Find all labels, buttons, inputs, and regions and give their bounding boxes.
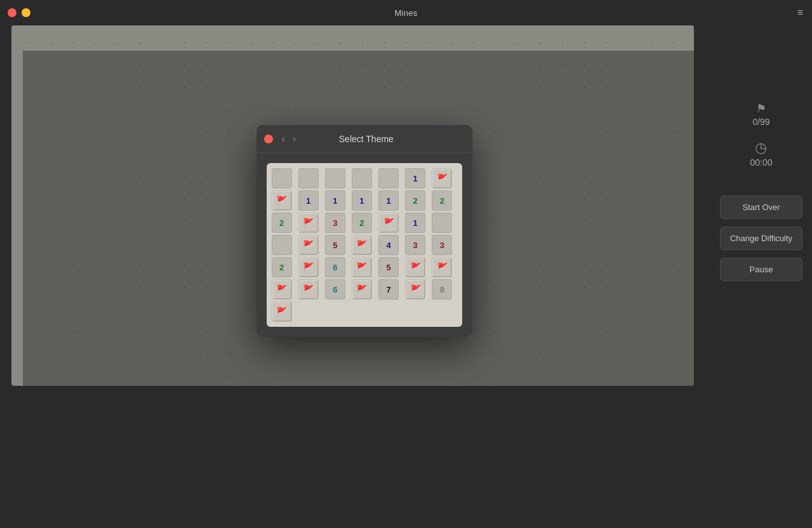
cell: 5 (378, 257, 399, 277)
window-controls (8, 8, 30, 17)
timer-value: 00:00 (750, 157, 772, 168)
cell: 1 (378, 190, 399, 211)
modal-overlay[interactable]: ‹ › Select Theme 1 1 (23, 51, 694, 386)
cell: 2 (272, 257, 292, 277)
theme-modal: ‹ › Select Theme 1 1 (256, 125, 472, 337)
menu-icon[interactable]: ≡ (797, 7, 803, 18)
cell-flag (405, 279, 425, 300)
cell: 1 (405, 168, 425, 188)
nav-prev-button[interactable]: ‹ (279, 132, 288, 146)
modal-close-button[interactable] (264, 135, 273, 143)
app-title: Mines (394, 8, 417, 18)
cell (378, 168, 399, 188)
nav-next-button[interactable]: › (290, 132, 298, 146)
right-panel: ⚑ 0/99 ◷ 00:00 Start Over Change Difficu… (710, 25, 812, 470)
cell: 8 (432, 279, 452, 300)
cell: 7 (378, 279, 399, 300)
cell-flag (405, 257, 425, 277)
cell-flag (272, 279, 292, 300)
close-button[interactable] (8, 8, 17, 17)
cell: 2 (432, 190, 452, 211)
cell (272, 235, 292, 255)
start-over-button[interactable]: Start Over (720, 195, 802, 219)
cell: 1 (405, 213, 425, 233)
cell (432, 213, 452, 233)
timer-icon: ◷ (755, 140, 767, 156)
modal-titlebar: ‹ › Select Theme (256, 125, 472, 153)
cell: 6 (325, 257, 345, 277)
cell: 4 (378, 235, 399, 255)
modal-nav[interactable]: ‹ › (279, 132, 299, 146)
cell-flag (352, 279, 372, 300)
cell: 2 (405, 190, 425, 211)
cell-flag (352, 257, 372, 277)
cell (298, 168, 319, 188)
game-area: ‹ › Select Theme 1 1 (11, 25, 694, 386)
modal-title: Select Theme (305, 134, 427, 144)
cell-flag (272, 301, 292, 322)
cell (352, 168, 372, 188)
theme-preview-grid: 1 1 1 1 1 2 2 2 3 2 1 (267, 163, 462, 327)
cell (272, 168, 292, 188)
cell-flag (298, 257, 319, 277)
cell-flag (432, 257, 452, 277)
titlebar: Mines ≡ (0, 0, 812, 25)
minimize-button[interactable] (22, 8, 30, 17)
cell-flag (272, 190, 292, 211)
cell: 1 (325, 190, 345, 211)
mine-count-section: ⚑ 0/99 (752, 102, 769, 127)
cell: 2 (352, 213, 372, 233)
timer-section: ◷ 00:00 (750, 140, 772, 168)
cell: 2 (272, 213, 292, 233)
cell-flag (298, 279, 319, 300)
cell (325, 168, 345, 188)
cell: 5 (325, 235, 345, 255)
cell: 1 (298, 190, 319, 211)
cell-flag (298, 213, 319, 233)
cell: 3 (405, 235, 425, 255)
mine-flag-icon: ⚑ (756, 102, 766, 116)
pause-button[interactable]: Pause (720, 258, 802, 281)
modal-body: 1 1 1 1 1 2 2 2 3 2 1 (256, 153, 472, 337)
cell: 6 (325, 279, 345, 300)
mine-count: 0/99 (752, 117, 769, 127)
cell: 1 (352, 190, 372, 211)
cell-flag (378, 213, 399, 233)
cell-flag (432, 168, 452, 188)
cell-flag (352, 235, 372, 255)
change-difficulty-button[interactable]: Change Difficulty (720, 227, 802, 250)
cell: 3 (432, 235, 452, 255)
cell: 3 (325, 213, 345, 233)
cell-flag (298, 235, 319, 255)
